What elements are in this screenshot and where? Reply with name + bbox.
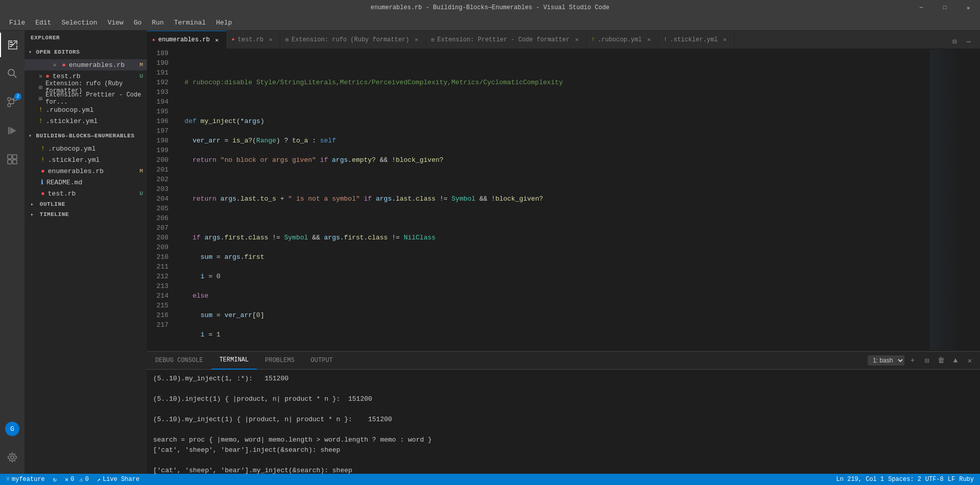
- open-editor-prettier[interactable]: ⊞ Extension: Prettier - Code for...: [24, 93, 147, 104]
- panel-tab-debug[interactable]: DEBUG CONSOLE: [147, 352, 211, 370]
- terminal-line-10: ['cat', 'sheep', 'bear'].my_inject(&sear…: [153, 466, 974, 474]
- status-liveshare[interactable]: ↗ Live Share: [95, 476, 141, 483]
- status-errors[interactable]: ✕ 0 ⚠ 0: [63, 476, 91, 483]
- terminal-line-1: (5..10).my_inject(1, :*): 151200: [153, 374, 974, 384]
- project-chevron: ▾: [29, 133, 32, 139]
- line-num: 201: [147, 165, 168, 175]
- panel-tab-problems[interactable]: PROBLEMS: [257, 352, 303, 370]
- code-line-196: return args.last.to_s + " is not a symbo…: [177, 194, 929, 204]
- tab-stickler-label: .stickler.yml: [670, 36, 718, 43]
- tab-rufo[interactable]: ⊞ Extension: rufo (Ruby formatter) ✕: [280, 31, 426, 48]
- yaml-icon-1: !: [41, 145, 45, 153]
- tab-stickler[interactable]: ! .stickler.yml ✕: [658, 31, 734, 48]
- status-encoding[interactable]: UTF-8: [923, 476, 946, 483]
- kill-terminal-button[interactable]: 🗑: [935, 354, 947, 367]
- maximize-panel-button[interactable]: ▲: [949, 354, 962, 367]
- yaml-icon-2: !: [41, 156, 45, 164]
- menu-selection[interactable]: Selection: [57, 17, 101, 29]
- file-readme[interactable]: ℹ README.md: [24, 177, 147, 188]
- svg-rect-10: [13, 155, 17, 159]
- code-area[interactable]: # rubocop:disable Style/StringLiterals,M…: [173, 48, 929, 351]
- line-num: 189: [147, 48, 168, 58]
- line-num: 207: [147, 223, 168, 233]
- line-num: 203: [147, 184, 168, 194]
- status-language[interactable]: Ruby: [957, 476, 976, 483]
- add-terminal-button[interactable]: +: [906, 354, 919, 367]
- activity-explorer[interactable]: [0, 33, 24, 57]
- line-num: 209: [147, 243, 168, 252]
- status-line-ending[interactable]: LF: [946, 476, 957, 483]
- tab-close-prettier[interactable]: ✕: [573, 36, 581, 44]
- split-editor-button[interactable]: ⊟: [947, 34, 962, 48]
- status-branch[interactable]: ⑂ myfeature: [4, 476, 47, 483]
- status-spaces[interactable]: Spaces: 2: [886, 476, 923, 483]
- open-editor-enumerables-label: enumerables.rb: [69, 61, 125, 69]
- activity-source-control[interactable]: 2: [0, 90, 24, 114]
- ext-icon-rufo: ⊞: [39, 84, 42, 91]
- tab-close-test[interactable]: ✕: [266, 36, 275, 44]
- tab-close-rubocop[interactable]: ✕: [645, 36, 653, 44]
- activity-bar: 2 G: [0, 31, 24, 474]
- menu-edit[interactable]: Edit: [31, 17, 55, 29]
- status-bar: ⑂ myfeature ↻ ✕ 0 ⚠ 0 ↗ Live Share Ln 21…: [0, 474, 980, 485]
- terminal-content[interactable]: (5..10).my_inject(1, :*): 151200 (5..10)…: [147, 370, 980, 474]
- activity-accounts[interactable]: G: [0, 417, 24, 441]
- timeline-header[interactable]: ▸ TIMELINE: [24, 209, 147, 220]
- tab-prettier-label: Extension: Prettier - Code formatter: [437, 36, 570, 43]
- explorer-label: EXPLORER: [31, 35, 60, 41]
- tab-test[interactable]: ● test.rb ✕: [227, 31, 280, 48]
- open-editor-stickler[interactable]: ! .stickler.yml: [24, 115, 147, 127]
- file-rubocop[interactable]: ! .rubocop.yml: [24, 143, 147, 154]
- status-position[interactable]: Ln 219, Col 1: [834, 476, 886, 483]
- panel-tab-terminal[interactable]: TERMINAL: [211, 352, 257, 370]
- info-icon-readme: ℹ: [41, 178, 43, 186]
- terminal-line-4: [153, 404, 974, 415]
- split-terminal-button[interactable]: ⊟: [921, 354, 933, 367]
- status-sync[interactable]: ↻: [51, 476, 59, 483]
- open-editors-header[interactable]: ▾ OPEN EDITORS: [24, 45, 147, 59]
- svg-line-2: [14, 75, 17, 78]
- close-test-icon[interactable]: ✕: [39, 72, 42, 80]
- menu-go[interactable]: Go: [130, 17, 146, 29]
- minimize-button[interactable]: ─: [910, 0, 933, 15]
- menu-view[interactable]: View: [104, 17, 128, 29]
- menu-file[interactable]: File: [5, 17, 29, 29]
- code-line-193: ver_arr = is_a?(Range) ? to_a : self: [177, 136, 929, 146]
- tab-close-rufo[interactable]: ✕: [412, 36, 421, 44]
- menu-help[interactable]: Help: [212, 17, 236, 29]
- file-enumerables[interactable]: ● enumerables.rb M: [24, 165, 147, 177]
- open-editor-rubocop-label: .rubocop.yml: [46, 106, 94, 114]
- tab-enumerables[interactable]: ● enumerables.rb ✕: [147, 31, 227, 48]
- tab-close-enumerables[interactable]: ✕: [213, 36, 221, 44]
- close-enumerables-icon[interactable]: ✕: [51, 61, 59, 69]
- panel-tab-output[interactable]: OUTPUT: [303, 352, 341, 370]
- svg-rect-12: [13, 160, 17, 164]
- project-header[interactable]: ▾ BUILDING-BLOCKS—ENUMERABLES: [24, 129, 147, 143]
- activity-search[interactable]: [0, 61, 24, 86]
- close-button[interactable]: ✕: [957, 0, 980, 15]
- activity-extensions[interactable]: [0, 147, 24, 172]
- activity-settings[interactable]: [0, 445, 24, 470]
- activity-run[interactable]: [0, 118, 24, 143]
- file-stickler[interactable]: ! .stickler.yml: [24, 154, 147, 165]
- menu-terminal[interactable]: Terminal: [170, 17, 210, 29]
- more-actions-button[interactable]: ⋯: [962, 34, 976, 48]
- terminal-dropdown[interactable]: 1: bash: [868, 355, 904, 366]
- tab-rubocop[interactable]: ! .rubocop.yml ✕: [586, 31, 658, 48]
- explorer-header[interactable]: EXPLORER: [24, 31, 147, 45]
- source-control-badge: 2: [14, 93, 21, 100]
- file-rubocop-label: .rubocop.yml: [48, 145, 96, 153]
- maximize-button[interactable]: □: [933, 0, 957, 15]
- menu-run[interactable]: Run: [148, 17, 167, 29]
- file-test[interactable]: ● test.rb U: [24, 188, 147, 199]
- close-panel-button[interactable]: ✕: [964, 354, 976, 367]
- code-line-198: if args.first.class != Symbol && args.fi…: [177, 233, 929, 243]
- outline-header[interactable]: ▸ OUTLINE: [24, 199, 147, 209]
- tab-close-stickler[interactable]: ✕: [721, 36, 729, 44]
- tab-prettier[interactable]: ⊞ Extension: Prettier - Code formatter ✕: [426, 31, 586, 48]
- line-num: 192: [147, 78, 168, 87]
- open-editor-rubocop[interactable]: ! .rubocop.yml: [24, 104, 147, 115]
- code-line-194: return "no block or args given" if args.…: [177, 155, 929, 165]
- open-editor-enumerables[interactable]: ✕ ● enumerables.rb M: [24, 59, 147, 70]
- line-num: 210: [147, 252, 168, 262]
